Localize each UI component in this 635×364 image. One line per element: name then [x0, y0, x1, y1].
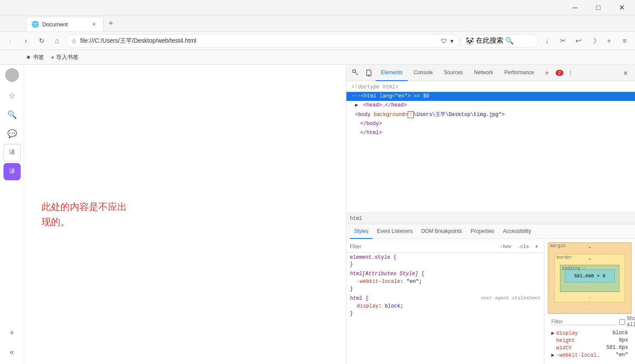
css-prop-name-display: display — [357, 303, 378, 309]
tab-close-button[interactable]: ✕ — [89, 20, 98, 28]
css-rule-close-3: } — [350, 311, 541, 317]
computed-prop-webkit-local: ▶-webkit-local… "en" — [551, 351, 628, 359]
bookmarks-bar: ★ 书签 ● 导入书签 — [0, 50, 635, 65]
svg-rect-0 — [353, 70, 355, 72]
new-tab-button[interactable]: + — [104, 16, 118, 31]
tree-doctype[interactable]: <!doctype html> — [346, 83, 635, 92]
computed-prop-value-display: block — [613, 330, 628, 336]
add-style-button[interactable]: + — [533, 243, 541, 251]
forward-button[interactable]: › — [19, 34, 33, 48]
css-rule-html: html {user agent stylesheet display: blo… — [346, 294, 544, 318]
tree-head-element[interactable]: ▶ <head>…</head> — [346, 101, 635, 110]
computed-filter-input[interactable] — [551, 319, 616, 325]
computed-prop-name-webkit: -webkit-local… — [556, 352, 600, 358]
show-all-label[interactable]: Show all — [619, 316, 635, 328]
menu-button[interactable]: ≡ — [618, 34, 632, 48]
sidebar-icon-search[interactable]: 🔍 — [3, 106, 21, 123]
home-button[interactable]: ⌂ — [50, 34, 64, 48]
panda-icon: 🐼 — [465, 37, 474, 45]
computed-arrow-display[interactable]: ▶ — [551, 330, 554, 336]
devtools-tab-console[interactable]: Console — [409, 65, 438, 81]
box-border: border – padding – 581.600 × 8 – – — [554, 254, 625, 302]
bottom-tabs: Styles Event Listeners DOM Breakpoints P… — [346, 224, 635, 239]
devtools-toolbar: Elements Console Sources Network Perform… — [346, 65, 635, 81]
css-rule-source: user agent stylesheet — [481, 295, 541, 301]
sidebar-icon-chat[interactable]: 💬 — [3, 125, 21, 142]
bottom-tab-dom-breakpoints[interactable]: DOM Breakpoints — [417, 224, 466, 239]
sidebar-icon-add[interactable]: + — [3, 324, 21, 342]
download-button[interactable]: ↓ — [540, 34, 554, 48]
devtools-more-tabs-button[interactable]: » — [541, 67, 553, 79]
inspect-element-button[interactable] — [350, 67, 362, 79]
computed-prop-name-height: height — [556, 338, 575, 344]
tree-body-close[interactable]: </body> — [346, 119, 635, 129]
tree-html-close[interactable]: </html> — [346, 129, 635, 138]
html-tree: <!doctype html> ···<html lang="en"> == $… — [346, 81, 635, 213]
cls-filter-button[interactable]: .cls — [516, 243, 531, 251]
address-star-icon: ☆ — [71, 38, 77, 44]
bottom-tab-accessibility[interactable]: Accessibility — [499, 224, 535, 239]
css-prop-name-webkit-locale: -webkit-locale — [357, 279, 400, 285]
bottom-tab-properties[interactable]: Properties — [466, 224, 499, 239]
margin-label: margin — [550, 244, 566, 248]
padding-label: padding – — [562, 266, 585, 271]
tree-body-element[interactable]: <body background=‪‪:\Users\王芊\Desktop\ti… — [346, 110, 635, 119]
browser-tab[interactable]: 🌐 Document ✕ — [26, 17, 104, 31]
css-rule-element-style: element.style { } — [346, 253, 544, 269]
hov-filter-button[interactable]: :hov — [498, 243, 513, 251]
scissors-button[interactable]: ✂ — [556, 34, 569, 48]
sidebar-icon-collapse[interactable]: « — [3, 343, 21, 361]
bottom-tab-event-listeners[interactable]: Event Listeners — [373, 224, 417, 239]
sidebar-icon-translate-outline[interactable]: 译 — [3, 144, 21, 161]
plus-nav-button[interactable]: + — [602, 34, 616, 48]
avatar — [5, 68, 19, 82]
computed-arrow-width: ▶ — [551, 345, 554, 351]
css-prop-display: display: block; — [350, 302, 541, 311]
search-icon: 🔍 — [505, 37, 514, 45]
html-close-tag: </html> — [360, 130, 382, 136]
css-rule-close-2: } — [350, 286, 541, 292]
head-expand-arrow[interactable]: ▶ — [355, 101, 360, 110]
computed-prop-value-height: 8px — [619, 337, 628, 344]
import-icon: ● — [51, 54, 54, 60]
devtools-options-button[interactable]: ⋮ — [564, 67, 576, 79]
sidebar-icon-star[interactable]: ☆ — [3, 87, 21, 104]
reload-button[interactable]: ↻ — [35, 34, 48, 48]
box-margin: margin – border – padding – 581.600 × 8 … — [548, 242, 632, 314]
styles-filter-input[interactable] — [350, 244, 496, 250]
tab-bar: 🌐 Document ✕ + — [0, 16, 635, 32]
sidebar-icon-translate-filled[interactable]: 译 — [3, 163, 21, 180]
tree-html-element[interactable]: ···<html lang="en"> == $0 — [346, 92, 635, 101]
devtools-close-button[interactable]: ✕ — [619, 67, 632, 79]
devtools-tab-network[interactable]: Network — [469, 65, 498, 81]
element-crumb-html[interactable]: html — [350, 216, 362, 222]
computed-prop-height: ▶height 8px — [551, 337, 628, 344]
bookmarks-item[interactable]: ★ 书签 — [26, 53, 44, 61]
device-toggle-button[interactable] — [363, 67, 375, 79]
html-tag-close-bracket: > — [408, 93, 411, 99]
body-bg-path: \Users\王芊\Desktop\timg.jpg"> — [414, 112, 505, 118]
minimize-button[interactable]: ─ — [565, 0, 585, 16]
import-bookmarks-item[interactable]: ● 导入书签 — [51, 53, 79, 61]
address-bar[interactable]: ☆ file:///C:/Users/王芊/Desktop/web/test4.… — [66, 34, 459, 48]
box-size: 581.600 × 8 — [574, 273, 606, 279]
computed-arrow-webkit[interactable]: ▶ — [551, 352, 554, 358]
undo-button[interactable]: ↩ — [571, 34, 585, 48]
back-button[interactable]: ‹ — [3, 34, 17, 48]
close-button[interactable]: ✕ — [612, 0, 632, 16]
css-selector-html: html {user agent stylesheet — [350, 295, 541, 301]
devtools-tab-elements[interactable]: Elements — [376, 65, 408, 81]
body-bg-highlight: ‪‪: — [408, 111, 413, 118]
styles-panel: :hov .cls + element.style { } html[Attri… — [346, 239, 635, 364]
devtools-tab-sources[interactable]: Sources — [439, 65, 468, 81]
html-tag-name: <html — [361, 93, 377, 99]
maximize-button[interactable]: □ — [588, 0, 608, 16]
moon-button[interactable]: ☽ — [587, 34, 600, 48]
bottom-tab-styles[interactable]: Styles — [350, 224, 373, 239]
devtools-tab-performance[interactable]: Performance — [499, 65, 539, 81]
html-lang-attr: lang= — [380, 93, 395, 99]
element-breadcrumb-bar: html — [346, 213, 635, 224]
show-all-checkbox[interactable] — [619, 319, 625, 325]
sidebar: ☆ 🔍 💬 译 译 + « — [0, 65, 24, 364]
search-area[interactable]: 🐼 在此搜索 🔍 — [461, 34, 538, 48]
